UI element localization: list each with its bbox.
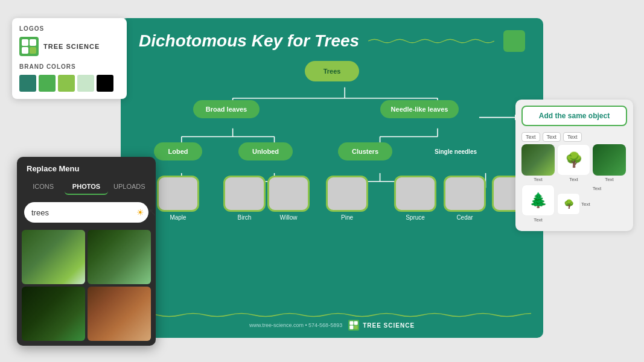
icon-thumb-2[interactable]: 🌳 (557, 193, 580, 215)
replace-menu-title: Replace Menu (17, 157, 156, 177)
slide-corner-icon (503, 30, 525, 52)
svg-rect-1 (22, 39, 28, 46)
node-broad: Broad leaves (193, 100, 260, 118)
photos-grid (17, 227, 156, 346)
panel-thumb-label-2: Text (569, 177, 578, 182)
text-badge-2: Text (543, 132, 561, 142)
spruce-label: Spruce (394, 214, 436, 221)
swatch-3 (58, 75, 75, 92)
spruce-photo (394, 176, 436, 212)
photo-cedar: Cedar (444, 176, 486, 221)
svg-rect-29 (354, 321, 358, 325)
tree-diagram: Trees Broad leaves Needle-like leaves Lo… (121, 58, 543, 311)
panel-icon-item-1: 🌲 Text (521, 185, 555, 223)
panel-thumb-1[interactable] (521, 144, 555, 176)
panel-photo-item-1: Text (521, 144, 555, 182)
svg-rect-28 (349, 321, 353, 325)
brand-name-text: TREE SCIENCE (43, 43, 100, 50)
slide-squiggle (368, 35, 494, 47)
icon-thumb-1[interactable]: 🌲 (521, 185, 555, 216)
maple-label: Maple (157, 214, 199, 221)
swatch-1 (19, 75, 36, 92)
photo-birch: Birch (223, 176, 266, 221)
birch-photo (223, 176, 266, 212)
node-clusters: Clusters (338, 142, 392, 160)
brand-colors-label: BRAND COLORS (19, 63, 120, 70)
logos-label: LOGOS (19, 25, 120, 32)
footer-url: www.tree-science.com • 574-568-5893 (249, 322, 342, 328)
swatch-2 (39, 75, 56, 92)
birch-label: Birch (223, 214, 266, 221)
panel-icon-label-3: Text (593, 186, 602, 191)
panel-icon-item-3: Text (593, 185, 602, 223)
search-input[interactable] (31, 208, 133, 217)
photo-result-3[interactable] (22, 287, 85, 341)
brand-logo-row: TREE SCIENCE (19, 37, 120, 56)
swatch-5 (97, 75, 113, 92)
svg-rect-2 (30, 39, 36, 46)
pine-photo (326, 176, 368, 212)
node-root: Trees (305, 61, 359, 81)
search-icon: ☀ (136, 208, 144, 217)
svg-rect-30 (349, 326, 353, 329)
panel-thumb-label-1: Text (534, 177, 543, 182)
panel-photo-item-3: Text (593, 144, 626, 182)
photo-pine: Pine (326, 176, 368, 221)
node-single: Single needles (422, 142, 489, 160)
willow-photo (267, 176, 310, 212)
add-object-panel: Add the same object Text Text Text Text … (515, 100, 633, 231)
panel-thumb-2[interactable]: 🌳 (557, 144, 590, 176)
brand-panel: LOGOS TREE SCIENCE BRAND COLORS (12, 18, 127, 99)
panel-thumb-3[interactable] (593, 144, 626, 176)
node-unlobed: Unlobed (238, 142, 293, 160)
node-needle: Needle-like leaves (380, 100, 459, 118)
panel-photo-item-2: 🌳 Text (557, 144, 590, 182)
text-badge-1: Text (521, 132, 540, 142)
panel-row-1: Text Text Text (521, 132, 627, 142)
cedar-label: Cedar (444, 214, 486, 221)
photo-result-2[interactable] (88, 230, 151, 284)
cursor-icon: ↖ (148, 206, 156, 219)
slide-area: Dichotomous Key for Trees (121, 18, 543, 338)
pine-label: Pine (326, 214, 368, 221)
brand-colors-row (19, 75, 120, 92)
panel-row-3: 🌲 Text 🌳 Text Text (521, 185, 627, 223)
replace-menu: Replace Menu ICONS PHOTOS UPLOADS ☀ ↖ (17, 157, 156, 346)
panel-row-2: Text 🌳 Text Text (521, 144, 627, 182)
tab-uploads[interactable]: UPLOADS (108, 179, 151, 195)
willow-label: Willow (267, 214, 310, 221)
tab-icons[interactable]: ICONS (22, 179, 65, 195)
photo-spruce: Spruce (394, 176, 436, 221)
slide-footer: www.tree-science.com • 574-568-5893 TREE… (121, 320, 543, 331)
slide-header: Dichotomous Key for Trees (121, 18, 543, 58)
replace-menu-tabs: ICONS PHOTOS UPLOADS (17, 177, 156, 197)
svg-rect-3 (22, 47, 28, 54)
photo-result-4[interactable] (88, 287, 151, 341)
search-box: ☀ ↖ (24, 202, 148, 223)
panel-thumb-label-3: Text (605, 177, 614, 182)
photo-willow: Willow (267, 176, 310, 221)
panel-icon-item-2: 🌳 Text (557, 185, 590, 223)
text-badge-3: Text (563, 132, 582, 142)
photo-result-1[interactable] (22, 230, 85, 284)
panel-icon-label-2: Text (581, 202, 590, 207)
footer-logo: TREE SCIENCE (348, 320, 415, 331)
maple-photo (157, 176, 199, 212)
panel-icon-label-1: Text (534, 217, 543, 223)
slide-title: Dichotomous Key for Trees (139, 31, 359, 51)
svg-rect-31 (354, 326, 358, 329)
swatch-4 (77, 75, 94, 92)
photo-maple: Maple (157, 176, 199, 221)
node-lobed: Lobed (154, 142, 202, 160)
footer-brand-name: TREE SCIENCE (363, 322, 415, 329)
svg-rect-4 (30, 47, 36, 54)
add-same-object-button[interactable]: Add the same object (521, 106, 627, 126)
brand-logo-icon (19, 37, 39, 56)
tab-photos[interactable]: PHOTOS (65, 179, 107, 195)
cedar-photo (444, 176, 486, 212)
